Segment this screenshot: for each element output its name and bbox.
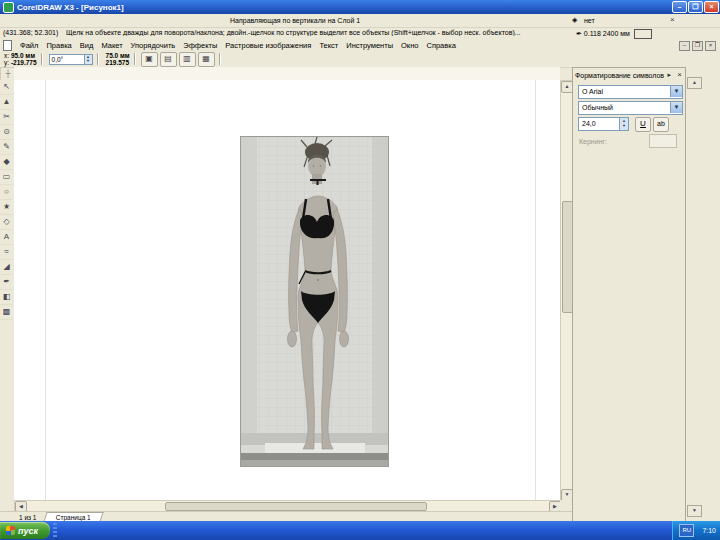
rectangle-tool[interactable]: ▭ (0, 170, 13, 185)
shape-tool[interactable]: ▲ (0, 95, 13, 110)
edit-bitmap-button[interactable]: ▣ (141, 52, 158, 67)
menu-item[interactable]: Упорядочить (127, 41, 180, 50)
status-bar: Направляющая по вертикали на Слой 1 ◈ не… (0, 14, 720, 41)
outline-color-swatch (634, 29, 652, 39)
statusbar-close-icon[interactable]: × (670, 16, 675, 24)
font-size-field[interactable]: 24,0 ▲▼ (578, 117, 621, 131)
scrollbar-corner (560, 500, 572, 511)
menu-item[interactable]: Справка (422, 41, 459, 50)
change-case-button[interactable]: ab (653, 117, 669, 132)
y-position-value[interactable]: -219.775 (11, 59, 37, 66)
title-bar: CorelDRAW X3 - [Рисунок1] – ❐ × (0, 0, 720, 14)
docker-close-icon[interactable]: × (677, 70, 682, 79)
menu-item[interactable]: Вид (76, 41, 98, 50)
system-tray: RU 7:10 (672, 521, 720, 540)
object-size-group: 75.0 мм 219.575 (106, 52, 130, 66)
rotation-angle-field[interactable]: 0,0° (49, 54, 85, 65)
font-size-spinner[interactable]: ▲▼ (619, 117, 629, 131)
basic-shapes-tool[interactable]: ◇ (0, 215, 13, 230)
underline-button[interactable]: U (635, 117, 651, 132)
coreldraw-app-icon (3, 2, 14, 13)
kerning-label: Кернинг: (579, 138, 607, 145)
chevron-down-icon[interactable]: ▼ (670, 86, 682, 97)
outline-pen-icon: ✒ (576, 30, 582, 37)
outline-width-text: 0.118 2400 мм (584, 30, 630, 37)
object-width-value[interactable]: 75.0 мм (106, 52, 130, 59)
smart-fill-tool[interactable]: ◆ (0, 155, 13, 170)
ellipse-tool[interactable]: ○ (0, 185, 13, 200)
menu-item[interactable]: Инструменты (342, 41, 397, 50)
drawing-canvas[interactable] (14, 80, 560, 500)
toolbox: ↖▲✂⊙✎◆▭○★◇А≈◢✒◧▩ (0, 80, 14, 500)
page-right-edge (535, 80, 536, 500)
docker-title: Форматирование символов (575, 70, 681, 81)
text-tool[interactable]: А (0, 230, 13, 245)
windows-taskbar: пуск RU 7:10 (0, 521, 720, 540)
close-button[interactable]: × (704, 1, 719, 13)
bitmap-mode-button[interactable]: ▥ (179, 52, 196, 67)
page-left-edge (45, 80, 46, 500)
doc-restore-button[interactable]: ❐ (692, 41, 703, 51)
fill-indicator-icon: ◈ (572, 16, 577, 24)
status-hint-text: Щелк на объекте дважды для поворота/накл… (66, 29, 566, 36)
rotation-spinner[interactable]: ▲▼ (85, 54, 93, 65)
trace-bitmap-button[interactable]: ▦ (198, 52, 215, 67)
menu-item[interactable]: Правка (42, 41, 75, 50)
maximize-button[interactable]: ❐ (688, 1, 703, 13)
font-style-select[interactable]: Обычный ▼ (578, 101, 683, 115)
object-height-value[interactable]: 219.575 (106, 59, 130, 66)
zoom-tool[interactable]: ⊙ (0, 125, 13, 140)
cursor-coordinates: (431.368; 52.301) (3, 29, 58, 36)
palette-scroll-up-icon[interactable]: ▲ (687, 77, 702, 89)
chevron-down-icon[interactable]: ▼ (670, 102, 682, 113)
minimize-button[interactable]: – (672, 1, 687, 13)
pick-tool[interactable]: ↖ (0, 80, 13, 95)
freehand-tool[interactable]: ✎ (0, 140, 13, 155)
taskbar-clock[interactable]: 7:10 (702, 527, 716, 534)
palette-scroll-down-icon[interactable]: ▼ (687, 505, 702, 517)
doc-close-button[interactable]: × (705, 41, 716, 51)
doc-minimize-button[interactable]: – (679, 41, 690, 51)
outline-indicator: ✒ 0.118 2400 мм (576, 29, 652, 39)
fill-tool[interactable]: ◧ (0, 290, 13, 305)
interactive-fill-tool[interactable]: ▩ (0, 305, 13, 320)
kerning-field (649, 134, 677, 148)
menu-item[interactable]: Окно (397, 41, 422, 50)
docker-flyout-icon[interactable]: ▸ (667, 71, 671, 79)
resample-bitmap-button[interactable]: ▤ (160, 52, 177, 67)
menu-item[interactable]: Эффекты (179, 41, 221, 50)
language-indicator[interactable]: RU (679, 524, 694, 537)
crop-tool[interactable]: ✂ (0, 110, 13, 125)
object-position-group: x: 95.0 мм y: -219.775 (4, 52, 37, 66)
quick-launch-divider (53, 523, 57, 538)
color-palette: ▲ ▼ (686, 67, 720, 521)
page-counter: 1 из 1 (19, 514, 36, 521)
character-formatting-docker: Форматирование символов ▸ × O Arial ▼ Об… (572, 67, 686, 523)
menu-item[interactable]: Макет (97, 41, 126, 50)
font-select[interactable]: O Arial ▼ (578, 85, 683, 99)
eyedropper-tool[interactable]: ◢ (0, 260, 13, 275)
status-selection-text: Направляющая по вертикали на Слой 1 (230, 17, 360, 24)
menu-item[interactable]: Растровые изображения (221, 41, 315, 50)
outline-tool[interactable]: ✒ (0, 275, 13, 290)
horizontal-ruler[interactable] (14, 67, 560, 81)
document-icon (3, 40, 12, 51)
property-bar: x: 95.0 мм y: -219.775 0,0° ▲▼ 75.0 мм 2… (0, 51, 720, 68)
polygon-tool[interactable]: ★ (0, 200, 13, 215)
menu-item[interactable]: Текст (315, 41, 342, 50)
blend-tool[interactable]: ≈ (0, 245, 13, 260)
window-title: CorelDRAW X3 - [Рисунок1] (17, 3, 124, 12)
windows-logo-icon (6, 526, 15, 535)
horizontal-scroll-thumb[interactable] (165, 502, 427, 511)
start-button[interactable]: пуск (0, 522, 50, 539)
menu-item[interactable]: Файл (16, 41, 42, 50)
fill-status-text: нет (584, 17, 595, 24)
x-position-value[interactable]: 95.0 мм (11, 52, 35, 59)
model-photo[interactable] (240, 136, 389, 467)
